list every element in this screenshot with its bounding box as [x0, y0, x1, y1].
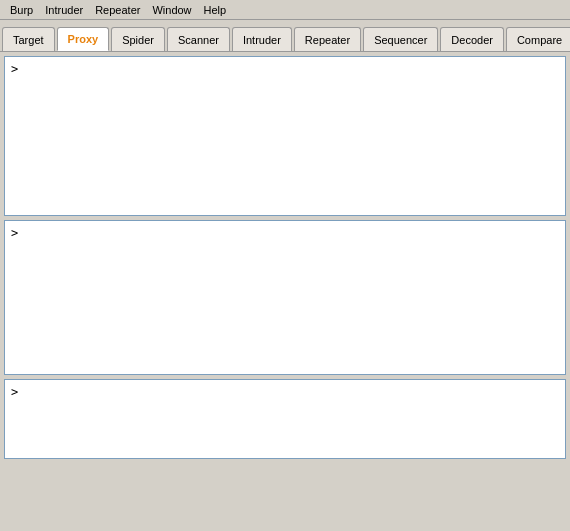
middle-panel[interactable]: > — [4, 220, 566, 375]
tab-sequencer[interactable]: Sequencer — [363, 27, 438, 51]
menu-bar: Burp Intruder Repeater Window Help — [0, 0, 570, 20]
tab-scanner[interactable]: Scanner — [167, 27, 230, 51]
tab-decoder[interactable]: Decoder — [440, 27, 504, 51]
menu-intruder[interactable]: Intruder — [39, 4, 89, 16]
tab-compare[interactable]: Compare — [506, 27, 570, 51]
bottom-panel[interactable]: > — [4, 379, 566, 459]
menu-repeater[interactable]: Repeater — [89, 4, 146, 16]
bottom-panel-content: > — [11, 384, 559, 401]
middle-panel-content: > — [11, 225, 559, 242]
tab-intruder[interactable]: Intruder — [232, 27, 292, 51]
tab-repeater[interactable]: Repeater — [294, 27, 361, 51]
top-panel[interactable]: > — [4, 56, 566, 216]
tab-bar: Target Proxy Spider Scanner Intruder Rep… — [0, 20, 570, 52]
menu-window[interactable]: Window — [146, 4, 197, 16]
content-area: > > > — [0, 52, 570, 531]
tab-target[interactable]: Target — [2, 27, 55, 51]
menu-burp[interactable]: Burp — [4, 4, 39, 16]
tab-proxy[interactable]: Proxy — [57, 27, 110, 51]
menu-help[interactable]: Help — [198, 4, 233, 16]
tab-spider[interactable]: Spider — [111, 27, 165, 51]
top-panel-content: > — [11, 61, 559, 78]
